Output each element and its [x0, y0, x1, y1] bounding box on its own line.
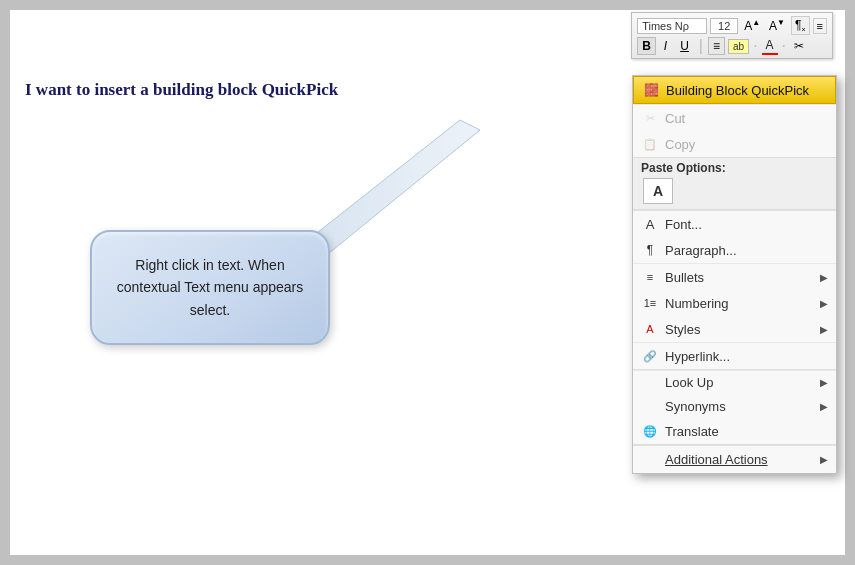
numbering-icon: 1≡ — [641, 294, 659, 312]
menu-item-font[interactable]: A Font... — [633, 210, 836, 237]
separator-1: | — [697, 37, 705, 55]
lookup-label: Look Up — [665, 375, 814, 390]
separator-3: · — [781, 37, 787, 55]
menu-item-paragraph[interactable]: ¶ Paragraph... — [633, 237, 836, 264]
synonyms-label: Synonyms — [665, 399, 814, 414]
italic-button[interactable]: I — [659, 37, 672, 55]
paste-options-section: Paste Options: A — [633, 157, 836, 210]
styles-arrow: ▶ — [820, 324, 828, 335]
highlight-button[interactable]: ab — [728, 39, 749, 54]
menu-item-building-block-quickpick[interactable]: 🧱 Building Block QuickPick — [633, 76, 836, 104]
translate-label: Translate — [665, 424, 719, 439]
building-block-icon: 🧱 — [642, 81, 660, 99]
menu-item-additional-actions[interactable]: Additional Actions ▶ — [633, 445, 836, 473]
font-icon: A — [641, 215, 659, 233]
page-edge-left — [0, 0, 10, 565]
lookup-arrow: ▶ — [820, 377, 828, 388]
separator-2: · — [752, 37, 758, 55]
font-size-selector[interactable]: 12 — [710, 18, 738, 34]
additional-actions-arrow: ▶ — [820, 454, 828, 465]
menu-item-bullets[interactable]: ≡ Bullets ▶ — [633, 264, 836, 290]
styles-label: Styles — [665, 322, 814, 337]
font-label: Font... — [665, 217, 702, 232]
synonyms-arrow: ▶ — [820, 401, 828, 412]
callout-text: Right click in text. When contextual Tex… — [117, 257, 304, 318]
menu-item-lookup[interactable]: Look Up ▶ — [633, 370, 836, 394]
cut-icon: ✂ — [641, 109, 659, 127]
menu-item-styles[interactable]: A Styles ▶ — [633, 316, 836, 343]
menu-item-numbering[interactable]: 1≡ Numbering ▶ — [633, 290, 836, 316]
paste-option-a[interactable]: A — [643, 178, 673, 204]
copy-label: Copy — [665, 137, 695, 152]
context-menu: 🧱 Building Block QuickPick ✂ Cut 📋 Copy … — [632, 75, 837, 474]
cut-label: Cut — [665, 111, 685, 126]
hyperlink-icon: 🔗 — [641, 347, 659, 365]
callout-bubble: Right click in text. When contextual Tex… — [90, 230, 330, 345]
grow-font-button[interactable]: A▲ — [741, 17, 763, 34]
menu-item-translate[interactable]: 🌐 Translate — [633, 418, 836, 445]
bullets-arrow: ▶ — [820, 272, 828, 283]
font-name-selector[interactable]: Times Nρ — [637, 18, 707, 34]
toolbar-row-1: Times Nρ 12 A▲ A▼ ¶× ≡ — [637, 16, 827, 35]
shrink-font-button[interactable]: A▼ — [766, 17, 788, 34]
page-edge-right — [845, 0, 855, 565]
underline-button[interactable]: U — [675, 37, 694, 55]
toolbar-row-2: B I U | ≡ ab · A · ✂ — [637, 37, 827, 55]
numbering-arrow: ▶ — [820, 298, 828, 309]
copy-icon: 📋 — [641, 135, 659, 153]
menu-item-cut[interactable]: ✂ Cut — [633, 104, 836, 131]
eraser-button[interactable]: ✂ — [790, 38, 808, 54]
translate-icon: 🌐 — [641, 422, 659, 440]
numbering-label: Numbering — [665, 296, 814, 311]
menu-item-hyperlink[interactable]: 🔗 Hyperlink... — [633, 343, 836, 370]
building-block-label: Building Block QuickPick — [666, 83, 809, 98]
paragraph-icon: ¶ — [641, 241, 659, 259]
font-color-button[interactable]: A — [762, 37, 778, 55]
text-format-button[interactable]: ≡ — [813, 18, 827, 34]
document-text: I want to insert a building block QuickP… — [25, 80, 338, 100]
page-edge-bottom — [0, 555, 855, 565]
paragraph-label: Paragraph... — [665, 243, 737, 258]
bold-button[interactable]: B — [637, 37, 656, 55]
menu-item-copy[interactable]: 📋 Copy — [633, 131, 836, 157]
toolbar: Times Nρ 12 A▲ A▼ ¶× ≡ B I U | ≡ ab · A … — [631, 12, 833, 59]
bullets-icon: ≡ — [641, 268, 659, 286]
clear-format-button[interactable]: ¶× — [791, 16, 810, 35]
additional-actions-label: Additional Actions — [665, 452, 814, 467]
paste-options-label: Paste Options: — [641, 161, 828, 178]
hyperlink-label: Hyperlink... — [665, 349, 730, 364]
page-edge-top — [0, 0, 855, 10]
menu-item-synonyms[interactable]: Synonyms ▶ — [633, 394, 836, 418]
bullets-label: Bullets — [665, 270, 814, 285]
align-button[interactable]: ≡ — [708, 37, 725, 55]
styles-icon: A — [641, 320, 659, 338]
